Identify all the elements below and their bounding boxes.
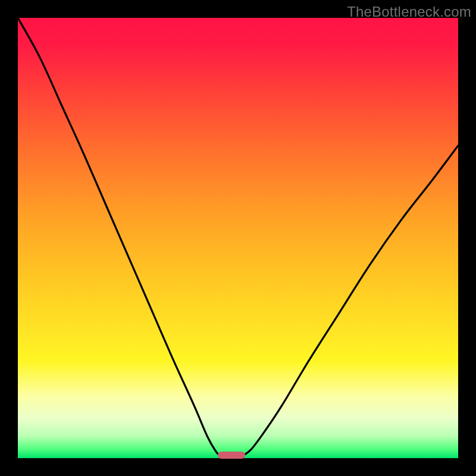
watermark-text: TheBottleneck.com [347, 4, 471, 20]
bottom-marker [218, 452, 245, 459]
curve-layer [18, 18, 458, 458]
right-curve [242, 146, 458, 456]
chart-frame: TheBottleneck.com [0, 0, 476, 476]
left-curve [18, 18, 220, 456]
plot-area [18, 18, 458, 458]
